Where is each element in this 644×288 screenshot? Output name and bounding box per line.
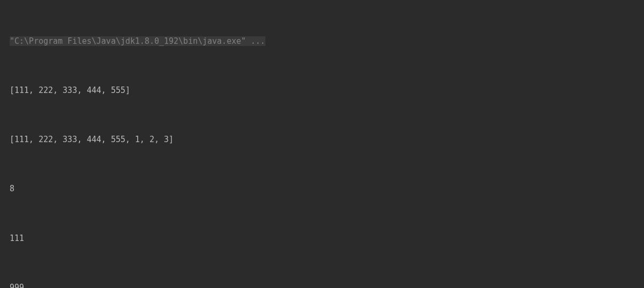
command-text: "C:\Program Files\Java\jdk1.8.0_192\bin\…	[10, 36, 265, 46]
output-line: 111	[10, 230, 634, 247]
output-line: 999	[10, 279, 634, 288]
command-line: "C:\Program Files\Java\jdk1.8.0_192\bin\…	[10, 33, 634, 50]
console-output[interactable]: "C:\Program Files\Java\jdk1.8.0_192\bin\…	[10, 0, 634, 288]
output-line: [111, 222, 333, 444, 555]	[10, 82, 634, 99]
output-line: [111, 222, 333, 444, 555, 1, 2, 3]	[10, 131, 634, 148]
output-line: 8	[10, 181, 634, 197]
